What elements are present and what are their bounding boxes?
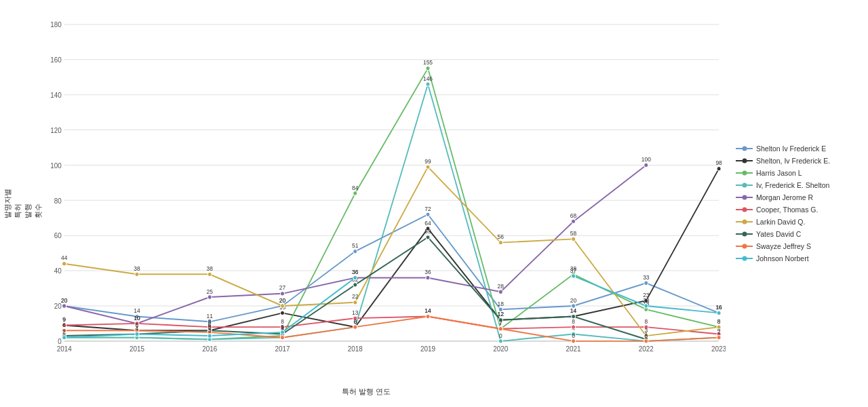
legend-item: Morgan Jerome R [736, 193, 861, 201]
svg-text:37: 37 [570, 267, 577, 273]
svg-point-207 [62, 335, 66, 339]
svg-text:68: 68 [570, 212, 577, 219]
svg-text:51: 51 [352, 242, 359, 249]
legend-item: Iv, Frederick E. Shelton [736, 181, 861, 189]
svg-text:25: 25 [207, 288, 214, 294]
legend-item: Larkin David Q. [736, 218, 861, 226]
svg-text:2015: 2015 [130, 345, 144, 352]
svg-point-149 [62, 262, 66, 266]
svg-text:160: 160 [50, 56, 62, 64]
chart-area: 발명자별특허발행횟수 특허 발행 연도 02040608010012014016… [0, 0, 732, 407]
svg-point-115 [208, 295, 212, 299]
svg-text:60: 60 [54, 232, 62, 239]
svg-text:7: 7 [499, 319, 502, 326]
legend-item: Cooper, Thomas G. [736, 206, 861, 214]
svg-point-177 [353, 283, 357, 287]
svg-point-79 [353, 191, 357, 195]
svg-text:8: 8 [353, 318, 357, 325]
svg-point-57 [281, 311, 285, 315]
y-axis-label: 발명자별특허발행횟수 [3, 189, 43, 218]
svg-point-205 [717, 335, 721, 339]
svg-point-183 [572, 314, 576, 318]
svg-text:36: 36 [425, 269, 431, 275]
svg-text:59: 59 [425, 228, 431, 235]
svg-text:14: 14 [425, 307, 431, 314]
svg-point-81 [426, 66, 430, 71]
svg-text:98: 98 [715, 159, 722, 166]
svg-text:155: 155 [423, 59, 433, 66]
svg-text:80: 80 [54, 197, 62, 204]
svg-point-159 [426, 165, 430, 169]
svg-point-209 [135, 332, 139, 336]
svg-point-111 [62, 304, 66, 308]
svg-point-221 [717, 311, 721, 315]
svg-text:22: 22 [352, 293, 359, 300]
svg-text:100: 100 [642, 156, 651, 163]
svg-text:14: 14 [134, 307, 140, 314]
svg-text:0: 0 [644, 332, 648, 338]
svg-text:2017: 2017 [275, 345, 290, 352]
svg-text:36: 36 [352, 269, 359, 275]
svg-point-127 [644, 163, 648, 167]
legend-item: Swayze Jeffrey S [736, 242, 861, 250]
svg-text:6: 6 [62, 322, 66, 328]
svg-point-217 [572, 274, 576, 278]
svg-point-201 [572, 339, 576, 343]
svg-text:27: 27 [279, 284, 286, 291]
svg-point-151 [135, 272, 139, 276]
svg-text:2014: 2014 [57, 345, 72, 352]
svg-text:16: 16 [715, 304, 722, 311]
svg-text:5: 5 [281, 323, 284, 330]
legend-item: Harris Jason L [736, 169, 861, 177]
svg-text:0: 0 [572, 332, 575, 338]
svg-text:40: 40 [54, 267, 62, 275]
svg-text:100: 100 [50, 161, 62, 169]
svg-text:2022: 2022 [639, 345, 654, 352]
svg-text:3: 3 [208, 326, 212, 333]
svg-text:2018: 2018 [348, 345, 363, 352]
legend-item: Johnson Norbert [736, 254, 861, 263]
svg-text:72: 72 [425, 206, 431, 212]
x-axis-label: 특허 발행 연도 [342, 387, 391, 397]
svg-text:0: 0 [499, 332, 502, 338]
svg-point-123 [498, 290, 502, 294]
svg-point-121 [426, 275, 430, 279]
svg-point-69 [717, 166, 721, 170]
svg-text:20: 20 [570, 296, 577, 303]
svg-text:14: 14 [570, 307, 577, 314]
svg-point-153 [208, 272, 212, 276]
svg-point-219 [644, 304, 648, 308]
svg-point-157 [353, 301, 357, 305]
svg-text:13: 13 [352, 309, 359, 316]
svg-point-125 [572, 219, 576, 223]
svg-text:180: 180 [50, 21, 62, 28]
svg-text:20: 20 [279, 296, 286, 303]
svg-point-117 [281, 292, 285, 296]
svg-point-155 [281, 304, 285, 308]
svg-text:2019: 2019 [420, 345, 435, 352]
svg-text:8: 8 [717, 318, 721, 325]
svg-text:120: 120 [50, 127, 62, 134]
svg-text:10: 10 [134, 314, 140, 321]
svg-point-103 [498, 339, 502, 343]
legend: Shelton Iv Frederick E Shelton, Iv Frede… [732, 0, 868, 407]
svg-point-211 [208, 334, 212, 338]
svg-point-143 [572, 325, 576, 329]
svg-text:140: 140 [50, 92, 62, 99]
svg-point-39 [353, 249, 357, 253]
svg-point-199 [498, 327, 502, 331]
svg-text:2: 2 [717, 328, 721, 335]
svg-text:2: 2 [62, 328, 66, 335]
svg-text:99: 99 [425, 157, 431, 164]
svg-text:58: 58 [570, 230, 577, 237]
svg-text:64: 64 [425, 219, 431, 226]
line-chart: 0204060801001201401601802014201520162017… [41, 14, 726, 366]
legend-item: Yates David C [736, 230, 861, 238]
svg-point-195 [353, 325, 357, 329]
svg-text:2016: 2016 [202, 345, 217, 352]
svg-text:44: 44 [61, 254, 68, 261]
svg-text:38: 38 [134, 265, 140, 272]
legend-item: Shelton, Iv Frederick E. [736, 157, 861, 165]
svg-text:18: 18 [498, 301, 505, 307]
svg-text:4: 4 [136, 325, 139, 332]
